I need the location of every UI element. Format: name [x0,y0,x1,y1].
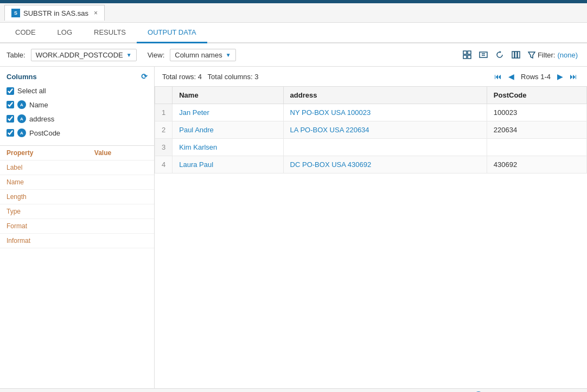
total-rows-label: Total rows: 4 Total columns: 3 [162,73,259,81]
svg-rect-8 [515,52,517,58]
prop-format-val [88,219,154,234]
grid-icon-btn[interactable] [460,48,474,62]
select-all-checkbox[interactable] [7,87,14,95]
view-dropdown-value: Column names [175,51,222,59]
sidebar: Columns ⟳ Select all A Name A address A … [0,67,155,388]
filter-icon-btn[interactable]: Filter: (none) [525,48,580,62]
row-4-postcode: 430692 [487,156,586,173]
svg-rect-9 [518,52,520,58]
col-header-name: Name [173,87,283,104]
columns-refresh-icon[interactable]: ⟳ [141,72,148,81]
col-header-rownum [155,87,173,104]
prop-name-key: Name [0,175,88,190]
table-label: Table: [7,51,25,59]
table-dropdown-arrow: ▼ [126,52,132,58]
table-dropdown-value: WORK.ADDR_POSTCODE [36,51,123,59]
row-4-num: 4 [155,156,173,173]
row-1-postcode: 100023 [487,104,586,121]
main-content: Columns ⟳ Select all A Name A address A … [0,67,587,388]
row-2-postcode: 220634 [487,121,586,139]
columns-header: Columns ⟳ [0,67,154,84]
row-3-name: Kim Karlsen [173,139,283,156]
nav-tabs: CODE LOG RESULTS OUTPUT DATA [0,23,587,43]
row-2-num: 2 [155,121,173,139]
columns-icon-btn[interactable] [509,48,523,62]
table-row: 4 Laura Paul DC PO-BOX USA 430692 430692 [155,156,587,173]
row-2-address: LA PO-BOX USA 220634 [283,121,487,139]
prop-row-label: Label [0,160,154,175]
value-col-header: Value [88,146,154,160]
row-4-address: DC PO-BOX USA 430692 [283,156,487,173]
name-checkbox[interactable] [7,101,14,108]
row-1-name: Jan Peter [173,104,283,121]
file-tab-label: SUBSTR in SAS.sas [23,9,88,17]
col-header-postcode: PostCode [487,87,586,104]
prop-type-val [88,204,154,219]
export-icon-btn[interactable] [476,48,490,62]
postcode-col-label: PostCode [29,129,60,137]
tab-log[interactable]: LOG [47,23,83,43]
toolbar: Table: WORK.ADDR_POSTCODE ▼ View: Column… [0,43,587,67]
prop-row-format: Format [0,219,154,234]
status-bar: i Messages: 1 User: u61950255 [0,388,587,392]
col-header-address: address [283,87,487,104]
select-all-label: Select all [17,87,46,95]
columns-title: Columns [7,73,37,81]
prop-row-informat: Informat [0,234,154,248]
row-3-address [283,139,487,156]
table-row: 3 Kim Karlsen [155,139,587,156]
next-page-btn[interactable]: ▶ [555,71,565,82]
address-checkbox[interactable] [7,115,14,123]
view-dropdown-arrow: ▼ [226,52,231,58]
prop-name-val [88,175,154,190]
file-icon: S [11,9,20,17]
properties-table: Property Value Label Name Length [0,145,154,248]
first-page-btn[interactable]: ⏮ [492,71,504,82]
table-row: 2 Paul Andre LA PO-BOX USA 220634 220634 [155,121,587,139]
title-bar: S SUBSTR in SAS.sas × [0,3,587,23]
svg-rect-1 [468,51,471,54]
prop-length-val [88,190,154,204]
svg-rect-2 [463,55,467,59]
filter-value: (none) [557,51,578,59]
column-name-item: A Name [0,98,154,112]
address-type-icon: A [17,114,26,123]
prop-informat-key: Informat [0,234,88,248]
file-tab[interactable]: S SUBSTR in SAS.sas × [4,5,105,21]
tab-results[interactable]: RESULTS [83,23,137,43]
prop-format-key: Format [0,219,88,234]
data-table: Name address PostCode 1 Jan Peter NY PO-… [155,86,587,173]
filter-label: Filter: [538,51,556,59]
svg-rect-4 [480,52,487,57]
column-postcode-item: A PostCode [0,126,154,140]
tab-code[interactable]: CODE [4,23,47,43]
table-row: 1 Jan Peter NY PO-BOX USA 100023 100023 [155,104,587,121]
postcode-type-icon: A [17,128,26,137]
tab-output-data[interactable]: OUTPUT DATA [137,23,207,43]
row-1-address: NY PO-BOX USA 100023 [283,104,487,121]
svg-rect-7 [512,52,514,58]
view-label: View: [148,51,165,59]
svg-marker-10 [528,52,535,58]
toolbar-icons: Filter: (none) [460,48,580,62]
svg-rect-0 [463,51,467,54]
prop-label-key: Label [0,160,88,175]
data-area: Total rows: 4 Total columns: 3 ⏮ ◀ Rows … [155,67,587,388]
row-4-name: Laura Paul [173,156,283,173]
table-dropdown[interactable]: WORK.ADDR_POSTCODE ▼ [31,49,137,61]
column-select-all: Select all [0,84,154,98]
postcode-checkbox[interactable] [7,129,14,137]
column-address-item: A address [0,112,154,126]
property-col-header: Property [0,146,88,160]
prop-label-val [88,160,154,175]
prev-page-btn[interactable]: ◀ [506,71,516,82]
prop-length-key: Length [0,190,88,204]
view-dropdown[interactable]: Column names ▼ [170,49,235,61]
row-1-num: 1 [155,104,173,121]
last-page-btn[interactable]: ⏭ [567,71,579,82]
refresh-icon-btn[interactable] [493,48,507,62]
tab-close-button[interactable]: × [94,9,98,17]
row-3-num: 3 [155,139,173,156]
prop-informat-val [88,234,154,248]
prop-row-length: Length [0,190,154,204]
